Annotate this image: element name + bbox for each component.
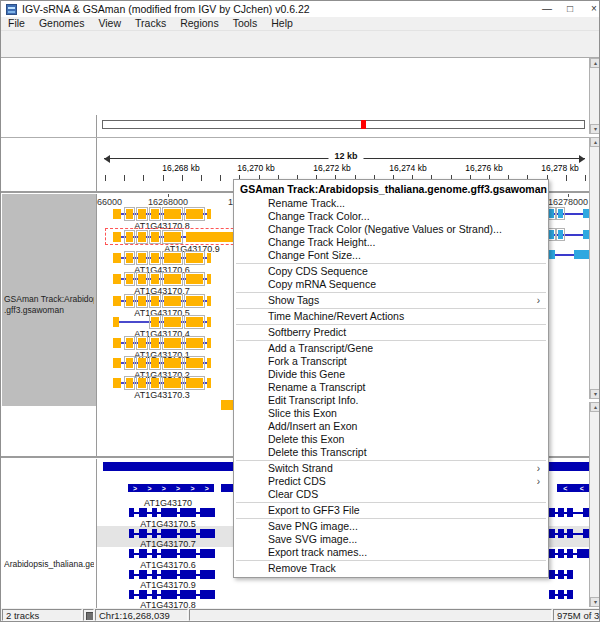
exon [186, 274, 203, 284]
exon [200, 549, 215, 558]
menu-item-show-tags[interactable]: Show Tags› [234, 294, 548, 307]
menu-item-save-svg-image[interactable]: Save SVG image... [234, 533, 548, 546]
transcript-feature[interactable] [549, 508, 589, 517]
transcript-AT1G43170.3[interactable] [113, 378, 211, 388]
menu-item-time-machine-revert-actions[interactable]: Time Machine/Revert Actions [234, 310, 548, 323]
menu-view[interactable]: View [91, 17, 128, 30]
menu-item-save-png-image[interactable]: Save PNG image... [234, 520, 548, 533]
vertical-scrollbar[interactable]: ▴▾ [589, 137, 600, 399]
exon [152, 570, 157, 579]
exon [126, 209, 133, 219]
menu-item-softberry-predict[interactable]: Softberry Predict [234, 326, 548, 339]
menu-item-export-track-names[interactable]: Export track names... [234, 546, 548, 559]
scroll-up-icon[interactable]: ▴ [590, 137, 600, 147]
transcript-AT1G43170.7[interactable] [129, 549, 215, 558]
menu-item-clear-cds[interactable]: Clear CDS [234, 488, 548, 501]
transcript-AT1G43170.7[interactable] [113, 274, 211, 284]
menu-item-change-font-size[interactable]: Change Font Size... [234, 249, 548, 262]
menu-item-copy-cds-sequence[interactable]: Copy CDS Sequence [234, 265, 548, 278]
transcript-AT1G43170.8[interactable] [113, 209, 211, 219]
vertical-scrollbar[interactable]: ▴▾ [589, 402, 600, 607]
menu-item-delete-this-transcript[interactable]: Delete this Transcript [234, 446, 548, 459]
minimize-icon[interactable]: — [536, 1, 558, 16]
exon [126, 378, 133, 388]
exon [139, 570, 146, 579]
transcript-feature[interactable] [549, 590, 573, 599]
scroll-up-icon[interactable]: ▴ [590, 58, 600, 68]
menu-item-remove-track[interactable]: Remove Track [234, 562, 548, 575]
exon [151, 338, 159, 348]
menu-item-slice-this-exon[interactable]: Slice this Exon [234, 407, 548, 420]
transcript-AT1G43170.6[interactable] [113, 253, 211, 263]
transcript-feature[interactable] [549, 529, 589, 538]
menu-item-add-a-transcript-gene[interactable]: Add a Transcript/Gene [234, 342, 548, 355]
menu-item-divide-this-gene[interactable]: Divide this Gene [234, 368, 548, 381]
menu-tools[interactable]: Tools [226, 17, 265, 30]
close-icon[interactable]: × [583, 1, 600, 16]
vertical-scrollbar[interactable]: ▴▾ [589, 58, 600, 134]
menu-item-export-to-gff3-file[interactable]: Export to GFF3 File [234, 504, 548, 517]
transcript-feature[interactable] [549, 570, 573, 579]
strand-arrow-icon: > [133, 485, 137, 492]
transcript-AT1G43170.5[interactable] [129, 529, 215, 538]
exon [151, 209, 159, 219]
menu-file[interactable]: File [1, 17, 32, 30]
exon [186, 253, 203, 263]
transcript-AT1G43170[interactable] [129, 508, 215, 517]
menu-genomes[interactable]: Genomes [32, 17, 92, 30]
menu-item-edit-transcript-info[interactable]: Edit Transcript Info. [234, 394, 548, 407]
menu-tracks[interactable]: Tracks [128, 17, 173, 30]
menu-item-add-insert-an-exon[interactable]: Add/Insert an Exon [234, 420, 548, 433]
exon [129, 570, 134, 579]
transcript-AT1G43170.1[interactable] [113, 338, 211, 348]
menu-item-change-track-color-negative-values-or-strand[interactable]: Change Track Color (Negative Values or S… [234, 223, 548, 236]
transcript-label: AT1G43170.3 [134, 390, 189, 400]
strand-arrow-icon: < [563, 485, 567, 492]
menu-regions[interactable]: Regions [173, 17, 226, 30]
chromosome-ideogram[interactable] [102, 120, 585, 129]
context-menu-items: Rename Track...Change Track Color...Chan… [234, 197, 548, 575]
menu-item-switch-strand[interactable]: Switch Strand› [234, 462, 548, 475]
transcript-feature[interactable] [549, 549, 589, 558]
menu-separator [236, 324, 546, 325]
strand-arrow-icon: > [147, 485, 151, 492]
scroll-up-icon[interactable]: ▴ [590, 402, 600, 412]
scroll-down-icon[interactable]: ▾ [590, 124, 600, 134]
menu-help[interactable]: Help [264, 17, 300, 30]
menu-item-delete-this-exon[interactable]: Delete this Exon [234, 433, 548, 446]
exon [139, 549, 146, 558]
submenu-arrow-icon: › [537, 294, 540, 307]
status-grip [83, 609, 94, 621]
strand-arrow-icon: < [580, 485, 584, 492]
menu-item-copy-mrna-sequence[interactable]: Copy mRNA Sequence [234, 278, 548, 291]
menu-item-rename-a-transcript[interactable]: Rename a Transcript [234, 381, 548, 394]
exon [113, 378, 121, 388]
menu-item-change-track-color[interactable]: Change Track Color... [234, 210, 548, 223]
span-arrow-right-icon [579, 155, 585, 163]
base-ruler-tick [168, 194, 169, 197]
scroll-down-icon[interactable]: ▾ [590, 389, 600, 399]
transcript-AT1G43170.2[interactable] [113, 358, 211, 368]
transcript-AT1G43170.6[interactable] [129, 570, 215, 579]
menu-separator [236, 308, 546, 309]
ruler-minor-tick [124, 175, 125, 181]
ruler-tick-label: 16,276 kb [465, 163, 502, 173]
track-name: .gff3.gsawoman [4, 305, 94, 315]
menu-item-rename-track[interactable]: Rename Track... [234, 197, 548, 210]
exon [164, 274, 181, 284]
menu-item-change-track-height[interactable]: Change Track Height... [234, 236, 548, 249]
exon [558, 529, 564, 538]
exon [126, 253, 133, 263]
track-name: Arabidopsis_thaliana.genome.gff3 [4, 559, 94, 569]
transcript-AT1G43170.9[interactable] [129, 590, 215, 599]
transcript-AT1G43170.5[interactable] [113, 296, 211, 306]
maximize-icon[interactable]: □ [559, 1, 581, 16]
gene-strand-bar[interactable]: >>>>>> [128, 484, 214, 492]
transcript-label: AT1G43170.5 [140, 519, 195, 529]
menu-item-fork-a-transcript[interactable]: Fork a Transcript [234, 355, 548, 368]
strand-arrow-icon: > [176, 485, 180, 492]
transcript-AT1G43170.4[interactable] [113, 317, 211, 327]
gene-strand-bar[interactable]: << [557, 484, 590, 492]
scroll-down-icon[interactable]: ▾ [590, 597, 600, 607]
menu-item-predict-cds[interactable]: Predict CDS› [234, 475, 548, 488]
